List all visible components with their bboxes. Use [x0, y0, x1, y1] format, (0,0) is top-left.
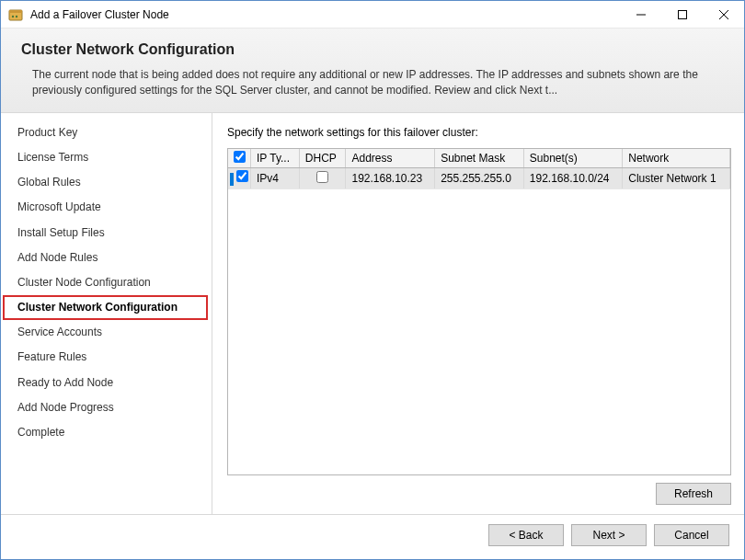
cell-dhcp[interactable] [299, 167, 346, 189]
sidebar-item[interactable]: Service Accounts [1, 320, 212, 345]
svg-rect-5 [678, 10, 686, 18]
sidebar-item[interactable]: Add Node Rules [1, 246, 212, 270]
row-check-cell[interactable] [228, 167, 251, 189]
sidebar-item[interactable]: Feature Rules [1, 345, 212, 370]
sidebar-item[interactable]: Global Rules [1, 170, 212, 195]
col-header-mask[interactable]: Subnet Mask [435, 149, 524, 168]
col-header-address[interactable]: Address [346, 149, 435, 168]
sidebar-item[interactable]: Install Setup Files [1, 221, 212, 246]
app-icon [8, 7, 23, 22]
page-title: Cluster Network Configuration [21, 41, 724, 58]
next-button[interactable]: Next > [571, 524, 647, 546]
page-header: Cluster Network Configuration The curren… [1, 29, 744, 113]
network-grid[interactable]: IP Ty... DHCP Address Subnet Mask Subnet… [227, 148, 731, 475]
col-header-subnets[interactable]: Subnet(s) [523, 149, 622, 168]
col-header-dhcp[interactable]: DHCP [299, 149, 346, 168]
cell-mask: 255.255.255.0 [435, 167, 524, 189]
titlebar: Add a Failover Cluster Node [1, 1, 744, 29]
body: Product KeyLicense TermsGlobal RulesMicr… [1, 113, 744, 514]
back-button[interactable]: < Back [488, 524, 564, 546]
main-pane: Specify the network settings for this fa… [212, 113, 744, 514]
sidebar-item[interactable]: License Terms [1, 145, 212, 170]
cell-address: 192.168.10.23 [346, 167, 435, 189]
svg-point-3 [16, 15, 17, 17]
instruction-text: Specify the network settings for this fa… [227, 126, 731, 139]
close-button[interactable] [703, 1, 744, 28]
sidebar-item[interactable]: Cluster Node Configuration [1, 270, 212, 295]
refresh-row: Refresh [227, 475, 731, 505]
svg-point-2 [12, 15, 14, 17]
col-header-iptype[interactable]: IP Ty... [251, 149, 300, 168]
col-header-check[interactable] [228, 149, 251, 168]
maximize-button[interactable] [661, 1, 703, 28]
sidebar-item[interactable]: Cluster Network Configuration [3, 295, 208, 320]
cell-iptype: IPv4 [251, 167, 300, 189]
sidebar-item[interactable]: Complete [1, 420, 212, 445]
cell-subnets: 192.168.10.0/24 [523, 167, 622, 189]
minimize-button[interactable] [620, 1, 661, 28]
window-title: Add a Failover Cluster Node [30, 8, 620, 21]
page-description: The current node that is being added doe… [21, 67, 724, 99]
sidebar-item[interactable]: Microsoft Update [1, 195, 212, 220]
refresh-button[interactable]: Refresh [656, 483, 731, 505]
header-checkbox[interactable] [234, 151, 246, 163]
sidebar: Product KeyLicense TermsGlobal RulesMicr… [1, 113, 212, 514]
svg-rect-1 [9, 10, 22, 13]
dhcp-checkbox[interactable] [316, 171, 328, 183]
table-row[interactable]: IPv4192.168.10.23255.255.255.0192.168.10… [228, 167, 730, 189]
sidebar-item[interactable]: Ready to Add Node [1, 371, 212, 395]
sidebar-item[interactable]: Product Key [1, 120, 212, 145]
footer: < Back Next > Cancel [1, 514, 744, 559]
sidebar-item[interactable]: Add Node Progress [1, 395, 212, 420]
cancel-button[interactable]: Cancel [654, 524, 729, 546]
window-buttons [620, 1, 744, 28]
row-checkbox[interactable] [236, 170, 248, 182]
cell-network: Cluster Network 1 [623, 167, 730, 189]
col-header-network[interactable]: Network [623, 149, 730, 168]
